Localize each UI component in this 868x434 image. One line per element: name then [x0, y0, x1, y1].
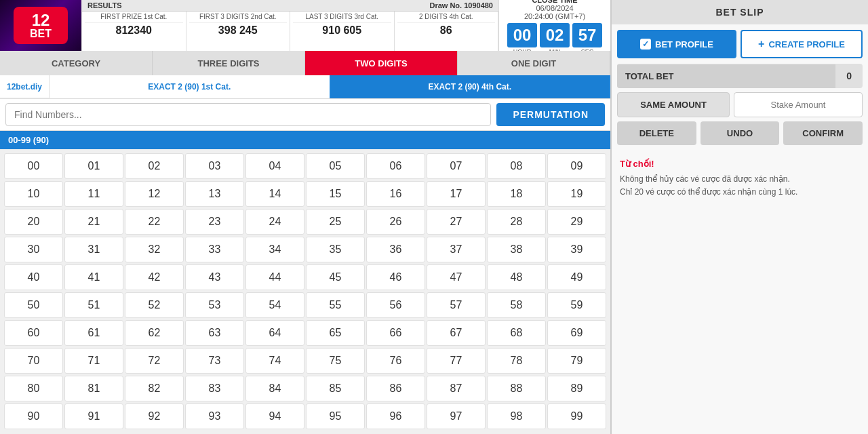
number-cell-66[interactable]: 66	[366, 320, 425, 346]
number-cell-70[interactable]: 70	[4, 348, 63, 374]
number-cell-68[interactable]: 68	[487, 320, 546, 346]
number-cell-26[interactable]: 26	[366, 209, 425, 235]
number-cell-02[interactable]: 02	[125, 153, 184, 179]
number-cell-98[interactable]: 98	[487, 403, 546, 429]
number-cell-75[interactable]: 75	[306, 348, 365, 374]
number-cell-09[interactable]: 09	[547, 153, 606, 179]
number-cell-72[interactable]: 72	[125, 348, 184, 374]
bet-profile-button[interactable]: ✓ BET PROFILE	[617, 30, 736, 58]
number-cell-12[interactable]: 12	[125, 181, 184, 207]
number-cell-34[interactable]: 34	[245, 237, 304, 262]
number-cell-53[interactable]: 53	[185, 292, 244, 318]
delete-button[interactable]: DELETE	[617, 121, 696, 145]
sub-tab-exact-1st[interactable]: EXACT 2 (90) 1st Cat.	[50, 75, 330, 98]
number-cell-07[interactable]: 07	[427, 153, 486, 179]
number-cell-92[interactable]: 92	[125, 403, 184, 429]
same-amount-button[interactable]: SAME AMOUNT	[617, 92, 730, 117]
number-cell-39[interactable]: 39	[547, 237, 606, 262]
number-cell-81[interactable]: 81	[64, 376, 123, 401]
number-cell-45[interactable]: 45	[306, 264, 365, 290]
number-cell-59[interactable]: 59	[547, 292, 606, 318]
tab-category[interactable]: CATEGORY	[0, 51, 153, 75]
number-cell-69[interactable]: 69	[547, 320, 606, 346]
number-cell-74[interactable]: 74	[245, 348, 304, 374]
number-cell-42[interactable]: 42	[125, 264, 184, 290]
number-cell-01[interactable]: 01	[64, 153, 123, 179]
number-cell-83[interactable]: 83	[185, 376, 244, 401]
number-cell-64[interactable]: 64	[245, 320, 304, 346]
number-cell-16[interactable]: 16	[366, 181, 425, 207]
permutation-button[interactable]: PERMUTATION	[496, 103, 605, 126]
number-cell-23[interactable]: 23	[185, 209, 244, 235]
number-cell-27[interactable]: 27	[427, 209, 486, 235]
number-cell-43[interactable]: 43	[185, 264, 244, 290]
number-cell-18[interactable]: 18	[487, 181, 546, 207]
search-input[interactable]	[5, 103, 491, 126]
number-cell-77[interactable]: 77	[427, 348, 486, 374]
number-cell-88[interactable]: 88	[487, 376, 546, 401]
number-cell-36[interactable]: 36	[366, 237, 425, 262]
number-cell-60[interactable]: 60	[4, 320, 63, 346]
number-cell-08[interactable]: 08	[487, 153, 546, 179]
number-cell-50[interactable]: 50	[4, 292, 63, 318]
number-cell-41[interactable]: 41	[64, 264, 123, 290]
number-cell-11[interactable]: 11	[64, 181, 123, 207]
number-cell-25[interactable]: 25	[306, 209, 365, 235]
number-cell-03[interactable]: 03	[185, 153, 244, 179]
number-cell-96[interactable]: 96	[366, 403, 425, 429]
number-cell-04[interactable]: 04	[245, 153, 304, 179]
number-cell-51[interactable]: 51	[64, 292, 123, 318]
number-cell-93[interactable]: 93	[185, 403, 244, 429]
number-cell-13[interactable]: 13	[185, 181, 244, 207]
number-cell-52[interactable]: 52	[125, 292, 184, 318]
number-cell-76[interactable]: 76	[366, 348, 425, 374]
sub-tab-exact-4th[interactable]: EXACT 2 (90) 4th Cat.	[330, 75, 610, 98]
number-cell-86[interactable]: 86	[366, 376, 425, 401]
number-cell-84[interactable]: 84	[245, 376, 304, 401]
number-cell-10[interactable]: 10	[4, 181, 63, 207]
number-cell-06[interactable]: 06	[366, 153, 425, 179]
number-cell-79[interactable]: 79	[547, 348, 606, 374]
stake-amount-input[interactable]	[734, 92, 863, 117]
number-cell-40[interactable]: 40	[4, 264, 63, 290]
number-cell-29[interactable]: 29	[547, 209, 606, 235]
number-cell-48[interactable]: 48	[487, 264, 546, 290]
undo-button[interactable]: UNDO	[701, 121, 780, 145]
number-cell-47[interactable]: 47	[427, 264, 486, 290]
tab-one-digit[interactable]: ONE DIGIT	[458, 51, 610, 75]
number-cell-00[interactable]: 00	[4, 153, 63, 179]
number-cell-90[interactable]: 90	[4, 403, 63, 429]
number-cell-44[interactable]: 44	[245, 264, 304, 290]
number-cell-73[interactable]: 73	[185, 348, 244, 374]
number-cell-82[interactable]: 82	[125, 376, 184, 401]
number-cell-17[interactable]: 17	[427, 181, 486, 207]
number-cell-62[interactable]: 62	[125, 320, 184, 346]
create-profile-button[interactable]: + CREATE PROFILE	[741, 30, 863, 58]
number-cell-20[interactable]: 20	[4, 209, 63, 235]
number-cell-22[interactable]: 22	[125, 209, 184, 235]
number-cell-14[interactable]: 14	[245, 181, 304, 207]
number-cell-31[interactable]: 31	[64, 237, 123, 262]
number-cell-67[interactable]: 67	[427, 320, 486, 346]
number-cell-35[interactable]: 35	[306, 237, 365, 262]
number-cell-95[interactable]: 95	[306, 403, 365, 429]
number-cell-99[interactable]: 99	[547, 403, 606, 429]
number-cell-33[interactable]: 33	[185, 237, 244, 262]
number-cell-37[interactable]: 37	[427, 237, 486, 262]
number-cell-15[interactable]: 15	[306, 181, 365, 207]
confirm-button[interactable]: CONFIRM	[783, 121, 863, 145]
number-cell-19[interactable]: 19	[547, 181, 606, 207]
number-cell-89[interactable]: 89	[547, 376, 606, 401]
tab-three-digits[interactable]: THREE DIGITS	[153, 51, 305, 75]
number-cell-80[interactable]: 80	[4, 376, 63, 401]
number-cell-46[interactable]: 46	[366, 264, 425, 290]
number-cell-94[interactable]: 94	[245, 403, 304, 429]
number-cell-85[interactable]: 85	[306, 376, 365, 401]
number-cell-63[interactable]: 63	[185, 320, 244, 346]
number-cell-24[interactable]: 24	[245, 209, 304, 235]
number-cell-32[interactable]: 32	[125, 237, 184, 262]
number-cell-78[interactable]: 78	[487, 348, 546, 374]
number-cell-21[interactable]: 21	[64, 209, 123, 235]
number-cell-30[interactable]: 30	[4, 237, 63, 262]
number-cell-65[interactable]: 65	[306, 320, 365, 346]
